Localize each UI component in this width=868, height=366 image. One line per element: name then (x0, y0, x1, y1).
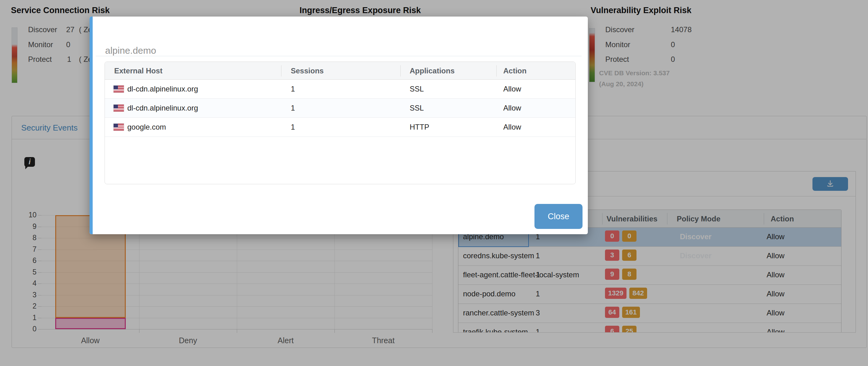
external-hosts-modal: alpine.demo External Host Sessions Appli… (90, 17, 588, 234)
modal-title-divider (96, 56, 582, 56)
action-value: Allow (503, 85, 521, 93)
dashboard-page: Service Connection Risk Discover 27 ( Ze… (0, 0, 868, 366)
col-applications: Applications (410, 66, 455, 75)
close-button[interactable]: Close (534, 204, 583, 229)
external-host-link[interactable]: dl-cdn.alpinelinux.org (127, 85, 198, 93)
external-host-link[interactable]: dl-cdn.alpinelinux.org (127, 104, 198, 112)
action-value: Allow (503, 104, 521, 112)
header-separator (281, 65, 281, 77)
applications-value: HTTP (410, 123, 429, 132)
modal-accent-strip (90, 17, 93, 234)
external-hosts-table: External Host Sessions Applications Acti… (104, 61, 576, 184)
applications-value: SSL (410, 85, 424, 93)
header-separator (496, 65, 497, 77)
us-flag-icon (114, 86, 124, 92)
modal-title: alpine.demo (105, 45, 156, 56)
col-action: Action (503, 66, 527, 75)
col-sessions: Sessions (291, 66, 323, 75)
col-external-host: External Host (114, 66, 162, 75)
us-flag-icon (114, 105, 124, 111)
us-flag-icon (114, 124, 124, 131)
action-value: Allow (503, 123, 521, 132)
sessions-value: 1 (291, 123, 295, 132)
external-hosts-table-header: External Host Sessions Applications Acti… (105, 62, 575, 80)
external-host-link[interactable]: google.com (127, 123, 166, 132)
sessions-value: 1 (291, 104, 295, 112)
external-host-row: dl-cdn.alpinelinux.org 1 SSL Allow (105, 80, 575, 99)
sessions-value: 1 (291, 85, 295, 93)
external-host-row: dl-cdn.alpinelinux.org 1 SSL Allow (105, 99, 575, 118)
header-separator (400, 65, 401, 77)
external-host-row: google.com 1 HTTP Allow (105, 118, 575, 137)
applications-value: SSL (410, 104, 424, 112)
